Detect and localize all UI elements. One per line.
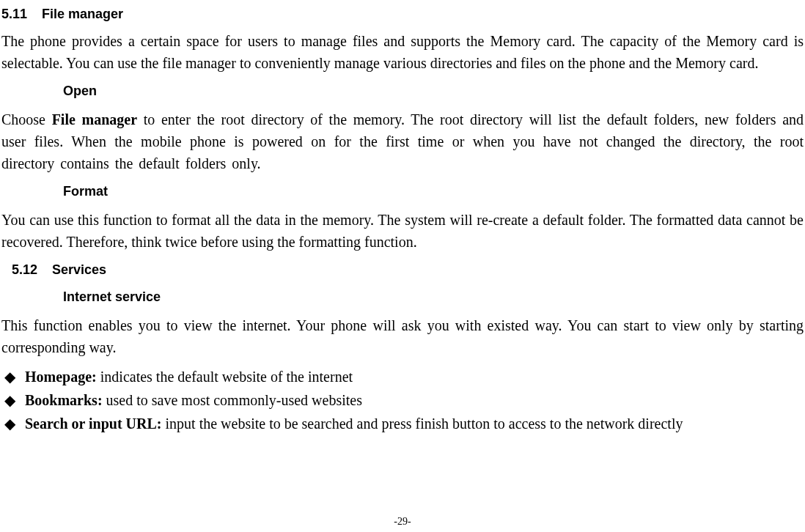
bullet-icon: ◆ — [1, 366, 25, 388]
list-item-content: Homepage: indicates the default website … — [25, 366, 804, 388]
list-item: ◆ Bookmarks: used to save most commonly-… — [1, 389, 804, 411]
section-heading-512: 5.12 Services — [12, 260, 804, 280]
section-heading-511: 5.11 File manager — [1, 4, 804, 24]
section-title: File manager — [42, 7, 123, 21]
bullet-bold: Homepage: — [25, 369, 97, 385]
open-text-prefix: Choose — [1, 111, 52, 128]
subsection-internet-intro: This function enables you to view the in… — [1, 314, 804, 358]
bullet-icon: ◆ — [1, 389, 25, 411]
bullet-text: input the website to be searched and pre… — [162, 415, 683, 432]
subsection-open-title: Open — [63, 81, 804, 101]
subsection-format-text: You can use this function to format all … — [1, 209, 804, 253]
list-item: ◆ Homepage: indicates the default websit… — [1, 366, 804, 388]
bullet-text: used to save most commonly-used websites — [103, 392, 362, 408]
section-title: Services — [52, 262, 106, 277]
list-item: ◆ Search or input URL: input the website… — [1, 413, 804, 435]
section-number: 5.11 — [1, 4, 38, 24]
list-item-content: Bookmarks: used to save most commonly-us… — [25, 389, 804, 411]
subsection-internet-title: Internet service — [63, 287, 804, 307]
section-511-intro: The phone provides a certain space for u… — [1, 30, 804, 74]
section-number: 5.12 — [12, 260, 48, 280]
page-number: -29- — [0, 514, 805, 529]
subsection-format-title: Format — [63, 182, 804, 202]
subsection-open-text: Choose File manager to enter the root di… — [1, 108, 804, 174]
bullet-bold: Search or input URL: — [25, 415, 162, 432]
bullet-icon: ◆ — [1, 413, 25, 435]
bullet-text: indicates the default website of the int… — [97, 369, 353, 385]
internet-bullet-list: ◆ Homepage: indicates the default websit… — [1, 366, 804, 435]
list-item-content: Search or input URL: input the website t… — [25, 413, 804, 435]
open-text-bold: File manager — [52, 111, 137, 128]
bullet-bold: Bookmarks: — [25, 392, 103, 408]
